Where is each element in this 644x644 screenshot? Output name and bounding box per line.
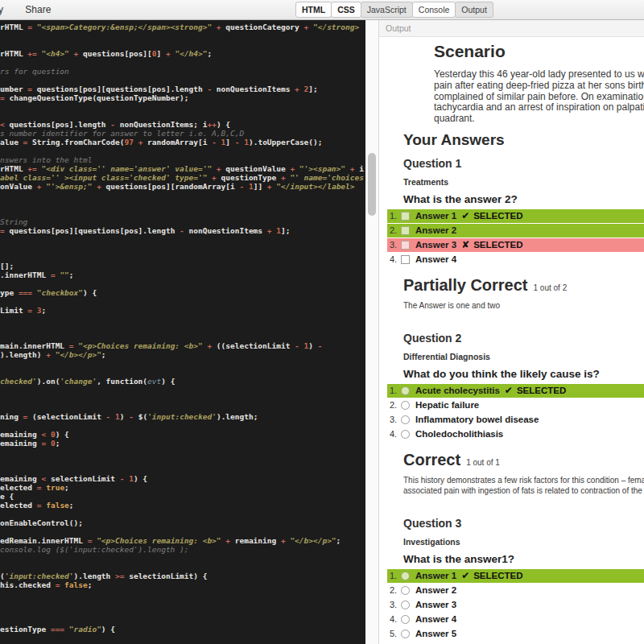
- radio-icon[interactable]: [401, 601, 410, 609]
- selected-badge: SELECTED: [517, 386, 566, 395]
- toolbar-left-menu: y Share: [0, 4, 51, 15]
- radio-icon[interactable]: [401, 401, 410, 410]
- code-line: [0, 403, 365, 412]
- answer-option[interactable]: 3.Answer 3✘SELECTED: [387, 238, 644, 252]
- editor-scrollbar-thumb[interactable]: [368, 153, 376, 216]
- radio-icon[interactable]: [401, 386, 410, 395]
- code-line: ('input:checked').length >= selectionLim…: [0, 572, 365, 580]
- code-line: [0, 616, 365, 625]
- answer-option[interactable]: 1.Answer 1✔SELECTED: [387, 209, 644, 223]
- panel-toggle-javascript[interactable]: JavaScript: [361, 2, 413, 18]
- radio-icon[interactable]: [401, 572, 410, 580]
- answer-number: 3.: [390, 240, 401, 250]
- top-toolbar: y Share HTMLCSSJavaScriptConsoleOutput: [0, 0, 644, 20]
- radio-icon[interactable]: [401, 615, 410, 624]
- answer-number: 4.: [390, 429, 401, 439]
- checkbox-icon[interactable]: [401, 255, 410, 264]
- result-verdict: Correct: [403, 451, 460, 469]
- code-line: [0, 359, 365, 368]
- scenario-title: Scenario: [434, 42, 644, 61]
- questions-container: Question 1TreatmentsWhat is the answer 2…: [403, 157, 644, 644]
- answer-number: 1.: [390, 571, 401, 580]
- result-heading: Partially Correct1 out of 2: [403, 276, 644, 295]
- result-text-line: This history demonstrates a few risk fac…: [403, 475, 644, 485]
- answer-number: 2.: [390, 585, 401, 595]
- radio-icon[interactable]: [401, 630, 410, 638]
- scenario-paragraph: Yesterday this 46 year-old lady presente…: [434, 69, 644, 125]
- panel-toggle-console[interactable]: Console: [412, 2, 456, 18]
- code-line: rHTML += "<div class='' name='answer' va…: [0, 164, 365, 173]
- answer-number: 2.: [390, 225, 401, 235]
- panel-toggle-group: HTMLCSSJavaScriptConsoleOutput: [296, 2, 493, 18]
- panel-toggle-html[interactable]: HTML: [295, 2, 332, 18]
- code-line: onEnableControl();: [0, 518, 365, 527]
- question-text: What do you think the likely cause is?: [403, 368, 644, 380]
- answer-option[interactable]: 1.Acute cholecystitis✔SELECTED: [387, 384, 644, 398]
- code-line: [0, 40, 365, 49]
- code-line: estionType === "radio") {: [0, 625, 365, 634]
- code-line: s number identifier for answer to letter…: [0, 129, 365, 138]
- radio-icon[interactable]: [401, 430, 410, 439]
- code-editor[interactable]: rHTML = "<span>Category:&ensp;</span><st…: [0, 20, 365, 644]
- radio-icon[interactable]: [401, 586, 410, 595]
- answer-option[interactable]: 4.Answer 4: [387, 253, 644, 266]
- result-score: 1 out of 2: [534, 283, 568, 292]
- scenario-text-line: complained of similar pain before. On ex…: [434, 92, 644, 103]
- question-text: What is the answer1?: [403, 553, 644, 565]
- answer-option[interactable]: 3.Inflammatory bowel disease: [387, 413, 644, 427]
- editor-scrollbar-track[interactable]: [365, 20, 379, 644]
- radio-icon[interactable]: [401, 415, 410, 424]
- selected-badge: SELECTED: [473, 211, 522, 221]
- answer-option[interactable]: 1.Answer 1✔SELECTED: [387, 569, 644, 583]
- result-text-line: The Answer is one and two: [403, 300, 644, 311]
- code-line: [0, 102, 365, 111]
- code-line: [0, 421, 365, 430]
- code-line: [0, 324, 365, 332]
- question-category: Differential Diagnosis: [403, 352, 644, 361]
- check-icon: ✔: [461, 210, 469, 221]
- checkbox-icon[interactable]: [401, 241, 410, 250]
- code-line: [0, 598, 365, 607]
- code-line: emaining < 0) {: [0, 430, 365, 439]
- output-panel: Output Scenario Yesterday this 46 year-o…: [379, 20, 644, 644]
- scenario-text-line: quadrant.: [434, 114, 644, 125]
- scenario-text-line: pain after eating deep-fried pizza at he…: [434, 80, 644, 92]
- code-line: his.checked = false;: [0, 580, 365, 589]
- answer-label: Answer 2: [415, 225, 456, 235]
- panel-toggle-output[interactable]: Output: [455, 2, 493, 18]
- selected-badge: SELECTED: [473, 571, 522, 580]
- code-line: rs for question: [0, 67, 365, 76]
- answer-number: 2.: [390, 400, 401, 410]
- main-split: rHTML = "<span>Category:&ensp;</span><st…: [0, 20, 644, 644]
- code-line: [0, 554, 365, 563]
- code-line: [0, 191, 365, 200]
- answer-option[interactable]: 4.Answer 4: [387, 613, 644, 626]
- answer-option[interactable]: 2.Answer 2: [387, 584, 644, 597]
- answer-option[interactable]: 4.Choledocholithiasis: [387, 427, 644, 441]
- code-line: [0, 253, 365, 262]
- share-button[interactable]: Share: [25, 4, 51, 15]
- checkbox-icon[interactable]: [401, 212, 410, 221]
- answer-option[interactable]: 2.Answer 2: [387, 224, 644, 237]
- result-block: Correct1 out of 1This history demonstrat…: [403, 451, 644, 496]
- menu-item-fragment[interactable]: y: [0, 4, 3, 15]
- answer-option[interactable]: 3.Answer 3: [387, 598, 644, 612]
- answer-number: 5.: [390, 629, 401, 638]
- answer-label: Answer 3: [415, 240, 456, 250]
- answer-option[interactable]: 5.Answer 5: [387, 627, 644, 641]
- code-line: [0, 332, 365, 341]
- panel-toggle-css[interactable]: CSS: [331, 2, 361, 18]
- code-line: abel class='' ><input class='checked' ty…: [0, 173, 365, 182]
- answer-label: Answer 1: [415, 211, 456, 221]
- code-line: rHTML = "<span>Category:&ensp;</span><st…: [0, 23, 365, 31]
- code-line: checked').on('change', function(evt) {: [0, 377, 365, 386]
- code-line: main.innerHTML = "<p>Choices remaining: …: [0, 341, 365, 350]
- scenario-section: Scenario Yesterday this 46 year-old lady…: [434, 42, 644, 125]
- answer-list: 1.Acute cholecystitis✔SELECTED2.Hepatic …: [387, 384, 644, 441]
- code-line: console.log ($('input:checked').length )…: [0, 545, 365, 554]
- answer-label: Answer 2: [415, 585, 456, 595]
- answer-option[interactable]: 2.Hepatic failure: [387, 398, 644, 412]
- checkbox-icon[interactable]: [401, 226, 410, 235]
- result-text-line: associated pain with ingestion of fats i…: [403, 485, 644, 496]
- answer-label: Inflammatory bowel disease: [415, 415, 539, 424]
